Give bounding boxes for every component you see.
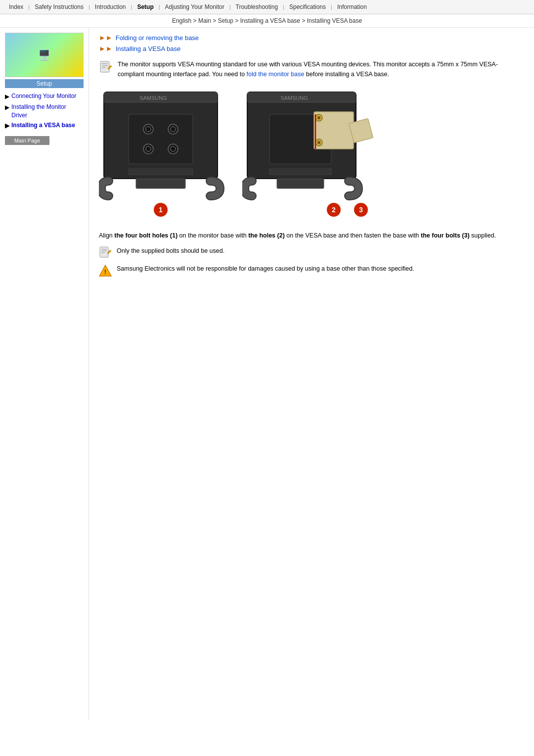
align-bold-1: the four bolt holes (1) <box>114 232 178 239</box>
info-fold-link[interactable]: fold the monitor base <box>247 71 305 78</box>
arrow-icon-3: ▶ <box>5 122 9 130</box>
align-text-end: supplied. <box>470 232 496 239</box>
monitor-svg-2: SAMSUNG <box>242 87 373 218</box>
svg-rect-2 <box>102 65 108 66</box>
arrow-icon-2: ▶ <box>5 103 9 112</box>
svg-text:!: ! <box>104 268 106 276</box>
sidebar-label-installing-driver: Installing the Monitor Driver <box>11 103 84 120</box>
sidebar-image: 🖥️ <box>5 33 84 77</box>
svg-point-10 <box>146 127 151 132</box>
monitor-svg-1: SAMSUNG <box>99 87 225 218</box>
nav-information[interactable]: Information <box>332 2 372 12</box>
breadcrumb-text: English > Main > Setup > Installing a VE… <box>172 17 362 24</box>
sidebar-item-installing-driver[interactable]: ▶ Installing the Monitor Driver <box>5 103 84 120</box>
svg-rect-1 <box>102 63 108 64</box>
align-text: Align the four bolt holes (1) on the mon… <box>99 231 524 240</box>
nav-specifications[interactable]: Specifications <box>284 2 331 12</box>
top-navigation: Index | Safety Instructions | Introducti… <box>0 0 534 14</box>
svg-text:1: 1 <box>159 206 163 214</box>
note-text-1: Only the supplied bolts should be used. <box>117 246 224 256</box>
warning-text: Samsung Electronics will not be responsi… <box>117 264 414 274</box>
info-text-after-link: before installing a VESA base. <box>304 71 389 78</box>
nav-adjusting[interactable]: Adjusting Your Monitor <box>160 2 229 12</box>
monitor-image-2: SAMSUNG <box>242 87 371 221</box>
warning-icon: ! <box>99 264 112 277</box>
svg-rect-3 <box>102 67 106 68</box>
link-installing-vesa[interactable]: ►► Installing a VESA base <box>99 45 524 52</box>
nav-troubleshooting[interactable]: Troubleshooting <box>231 2 283 12</box>
nav-introduction[interactable]: Introduction <box>90 2 131 12</box>
link-folding-label: Folding or removing the base <box>116 34 199 42</box>
main-page-button[interactable]: Main Page <box>5 136 49 145</box>
align-text-mid: on the monitor base with <box>178 232 248 239</box>
svg-text:3: 3 <box>359 206 363 214</box>
svg-rect-38 <box>277 179 324 189</box>
align-text-mid2: on the VESA base and then fasten the bas… <box>285 232 421 239</box>
info-icon <box>99 60 113 74</box>
nav-safety[interactable]: Safety Instructions <box>30 2 89 12</box>
sidebar: 🖥️ Setup ▶ Connecting Your Monitor ▶ Ins… <box>0 28 89 720</box>
link-folding[interactable]: ►► Folding or removing the base <box>99 34 524 42</box>
sidebar-setup-label: Setup <box>5 79 84 88</box>
breadcrumb: English > Main > Setup > Installing a VE… <box>0 14 534 28</box>
info-section: The monitor supports VESA mounting stand… <box>99 59 524 79</box>
warning-section: ! Samsung Electronics will not be respon… <box>99 264 524 277</box>
align-bold-3: the four bolts (3) <box>421 232 470 239</box>
sidebar-item-installing-vesa[interactable]: ▶ Installing a VESA base <box>5 121 84 130</box>
nav-index[interactable]: Index <box>4 2 28 12</box>
note-icon-1 <box>99 246 112 259</box>
info-paragraph: The monitor supports VESA mounting stand… <box>118 59 524 79</box>
svg-rect-44 <box>101 249 107 249</box>
bottom-section: Align the four bolt holes (1) on the mon… <box>99 231 524 277</box>
svg-point-12 <box>171 127 176 132</box>
main-layout: 🖥️ Setup ▶ Connecting Your Monitor ▶ Ins… <box>0 28 534 720</box>
note-section-1: Only the supplied bolts should be used. <box>99 246 524 259</box>
svg-text:SAMSUNG: SAMSUNG <box>280 95 308 101</box>
svg-text:SAMSUNG: SAMSUNG <box>139 95 167 101</box>
svg-rect-18 <box>136 179 185 189</box>
nav-setup[interactable]: Setup <box>132 2 158 12</box>
svg-rect-0 <box>100 61 109 72</box>
sidebar-item-connecting[interactable]: ▶ Connecting Your Monitor <box>5 92 84 101</box>
svg-rect-8 <box>129 114 193 164</box>
monitor-image-1: SAMSUNG <box>99 87 227 221</box>
double-arrow-icon-1: ►► <box>99 34 113 42</box>
main-content: ►► Folding or removing the base ►► Insta… <box>89 28 534 720</box>
arrow-icon-1: ▶ <box>5 93 9 101</box>
page-links: ►► Folding or removing the base ►► Insta… <box>99 34 524 52</box>
svg-rect-43 <box>100 247 108 257</box>
double-arrow-icon-2: ►► <box>99 45 113 52</box>
svg-rect-37 <box>269 169 331 175</box>
svg-point-16 <box>171 146 176 151</box>
sidebar-label-installing-vesa: Installing a VESA base <box>11 121 75 130</box>
svg-rect-46 <box>101 252 105 253</box>
align-text-before: Align <box>99 232 114 239</box>
link-installing-vesa-label: Installing a VESA base <box>116 45 181 52</box>
svg-rect-17 <box>129 169 193 175</box>
svg-point-14 <box>146 146 151 151</box>
align-bold-2: the holes (2) <box>248 232 285 239</box>
sidebar-label-connecting: Connecting Your Monitor <box>11 92 76 100</box>
svg-text:2: 2 <box>332 206 336 214</box>
monitor-images: SAMSUNG <box>99 87 524 221</box>
svg-rect-45 <box>101 251 107 251</box>
